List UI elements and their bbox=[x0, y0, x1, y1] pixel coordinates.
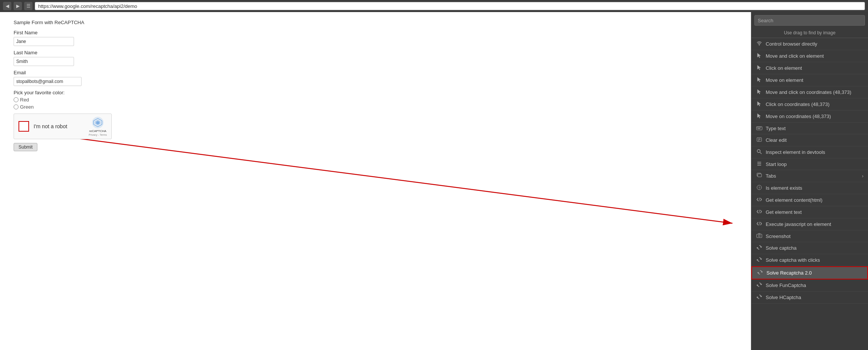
menu-item-label-18: Solve captcha with clicks bbox=[766, 257, 863, 263]
captcha-icon bbox=[756, 282, 763, 289]
code-icon bbox=[756, 221, 763, 227]
menu-item-6[interactable]: Move on coordinates (48,373) bbox=[751, 111, 868, 123]
menu-item-9[interactable]: Inspect element in devtools bbox=[751, 146, 868, 158]
menu-item-14[interactable]: Get element text bbox=[751, 206, 868, 218]
recaptcha-brand: reCAPTCHA bbox=[89, 129, 106, 133]
email-label: Email bbox=[14, 70, 111, 75]
menu-item-12[interactable]: ?Is element exists bbox=[751, 182, 868, 194]
drag-hint: Use drag to find by image bbox=[751, 29, 868, 38]
question-icon: ? bbox=[756, 185, 763, 191]
menu-item-label-0: Control browser directly bbox=[766, 41, 863, 47]
last-name-group: Last Name bbox=[14, 50, 111, 66]
cursor-icon bbox=[756, 113, 763, 120]
recaptcha-icon bbox=[92, 117, 104, 129]
menu-item-label-20: Solve FunCaptcha bbox=[766, 282, 863, 288]
forward-button[interactable]: ▶ bbox=[14, 2, 22, 10]
menu-item-label-2: Click on element bbox=[766, 65, 863, 71]
menu-item-0[interactable]: Control browser directly bbox=[751, 38, 868, 50]
list-icon bbox=[756, 161, 763, 167]
menu-item-13[interactable]: Get element content(html) bbox=[751, 194, 868, 206]
captcha-icon bbox=[756, 245, 763, 251]
menu-item-21[interactable]: Solve HCaptcha bbox=[751, 292, 868, 304]
menu-item-10[interactable]: Start loop bbox=[751, 158, 868, 170]
menu-item-label-14: Get element text bbox=[766, 209, 863, 215]
edit-icon bbox=[756, 137, 763, 143]
recaptcha-box[interactable]: I'm not a robot reCAPTCHA Privacy - Term… bbox=[14, 114, 112, 139]
keyboard-icon bbox=[756, 125, 763, 131]
cursor-icon bbox=[756, 65, 763, 71]
svg-rect-9 bbox=[757, 128, 760, 129]
search-input[interactable] bbox=[754, 15, 865, 26]
radio-red-input[interactable] bbox=[14, 97, 19, 102]
menu-item-17[interactable]: Solve captcha bbox=[751, 242, 868, 254]
menu-item-label-19: Solve Recaptcha 2.0 bbox=[766, 270, 863, 276]
menu-button[interactable]: ☰ bbox=[24, 2, 32, 10]
menu-item-arrow-11: › bbox=[862, 173, 863, 179]
url-bar[interactable] bbox=[35, 2, 865, 10]
wifi-icon bbox=[756, 41, 763, 47]
menu-item-label-3: Move on element bbox=[766, 77, 863, 83]
first-name-label: First Name bbox=[14, 30, 111, 35]
menu-item-label-11: Tabs bbox=[766, 173, 859, 179]
cursor-icon bbox=[756, 101, 763, 107]
svg-point-3 bbox=[759, 45, 760, 46]
menu-item-5[interactable]: Click on coordinates (48,373) bbox=[751, 98, 868, 111]
cursor-icon bbox=[756, 53, 763, 59]
menu-item-16[interactable]: Screenshot bbox=[751, 230, 868, 242]
menu-item-2[interactable]: Click on element bbox=[751, 62, 868, 74]
cursor-icon bbox=[756, 89, 763, 95]
radio-green-input[interactable] bbox=[14, 104, 19, 109]
menu-item-label-13: Get element content(html) bbox=[766, 197, 863, 203]
menu-item-label-10: Start loop bbox=[766, 161, 863, 167]
color-group: Pick your favorite color: Red Green bbox=[14, 90, 111, 110]
tabs-icon bbox=[756, 173, 763, 179]
svg-line-23 bbox=[759, 198, 760, 201]
recaptcha-checkbox[interactable] bbox=[19, 121, 29, 132]
menu-item-8[interactable]: Clear edit bbox=[751, 134, 868, 146]
camera-icon bbox=[756, 233, 763, 239]
menu-item-19[interactable]: Solve Recaptcha 2.0 bbox=[751, 266, 868, 279]
svg-rect-6 bbox=[758, 127, 759, 128]
captcha-icon bbox=[757, 270, 763, 276]
menu-item-20[interactable]: Solve FunCaptcha bbox=[751, 279, 868, 292]
radio-red-label: Red bbox=[20, 97, 29, 103]
captcha-icon bbox=[756, 294, 763, 301]
menu-item-7[interactable]: Type text bbox=[751, 123, 868, 134]
menu-item-label-12: Is element exists bbox=[766, 185, 863, 191]
radio-green: Green bbox=[14, 104, 111, 110]
menu-item-18[interactable]: Solve captcha with clicks bbox=[751, 254, 868, 266]
browser-viewport: Sample Form with ReCAPTCHA First Name La… bbox=[0, 12, 751, 350]
form-title: Sample Form with ReCAPTCHA bbox=[14, 20, 111, 25]
first-name-input[interactable] bbox=[14, 37, 74, 46]
menu-item-15[interactable]: Execute javascript on element bbox=[751, 218, 868, 230]
last-name-input[interactable] bbox=[14, 57, 74, 66]
svg-line-24 bbox=[759, 210, 760, 213]
first-name-group: First Name bbox=[14, 30, 111, 46]
code-icon bbox=[756, 197, 763, 203]
menu-item-3[interactable]: Move on element bbox=[751, 74, 868, 86]
menu-item-label-21: Solve HCaptcha bbox=[766, 295, 863, 300]
recaptcha-text: I'm not a robot bbox=[34, 123, 86, 129]
submit-button[interactable]: Submit bbox=[14, 143, 37, 151]
captcha-icon bbox=[756, 257, 763, 263]
form-container: Sample Form with ReCAPTCHA First Name La… bbox=[8, 16, 117, 157]
menu-item-1[interactable]: Move and click on element bbox=[751, 50, 868, 62]
color-label: Pick your favorite color: bbox=[14, 90, 111, 95]
search-icon bbox=[756, 149, 763, 155]
last-name-label: Last Name bbox=[14, 50, 111, 55]
back-button[interactable]: ◀ bbox=[3, 2, 11, 10]
email-group: Email bbox=[14, 70, 111, 86]
menu-item-4[interactable]: Move and click on coordinates (48,373) bbox=[751, 86, 868, 98]
menu-item-11[interactable]: Tabs› bbox=[751, 170, 868, 182]
main-area: Sample Form with ReCAPTCHA First Name La… bbox=[0, 12, 868, 350]
menu-item-label-9: Inspect element in devtools bbox=[766, 149, 863, 155]
email-input[interactable] bbox=[14, 77, 82, 86]
cursor-icon bbox=[756, 77, 763, 83]
menu-item-label-6: Move on coordinates (48,373) bbox=[766, 114, 863, 119]
browser-bar: ◀ ▶ ☰ bbox=[0, 0, 868, 12]
svg-rect-20 bbox=[758, 174, 762, 177]
svg-rect-26 bbox=[757, 234, 762, 238]
menu-item-label-7: Type text bbox=[766, 126, 863, 131]
radio-red: Red bbox=[14, 97, 111, 103]
svg-line-15 bbox=[760, 152, 762, 154]
